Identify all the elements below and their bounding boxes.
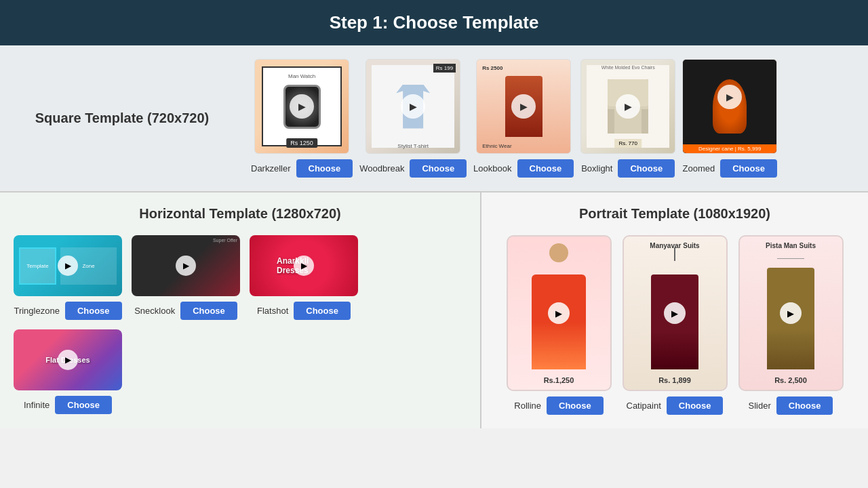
- h-template-snecklook: Super Offer ▶ Snecklook Choose: [132, 235, 240, 320]
- horizontal-templates-grid: Template Zone ▶ Tringlezone Choose Super…: [14, 235, 467, 414]
- snecklook-name: Snecklook: [134, 306, 175, 316]
- woodbreak-label: Stylist T-shirt: [397, 143, 429, 149]
- tringlezone-play[interactable]: ▶: [58, 256, 78, 276]
- catipaint-name: Catipaint: [627, 401, 661, 411]
- infinite-thumb[interactable]: Flat Dresses ▶: [14, 329, 122, 390]
- snecklook-thumb[interactable]: Super Offer ▶: [132, 235, 240, 296]
- p-template-catipaint: Manyavar Suits Rs. 1,899 ▶ Catipaint Cho…: [623, 235, 728, 415]
- horizontal-template-section: Horizontal Template (868x488) Template …: [0, 192, 481, 428]
- boxlight-title: White Molded Evo Chairs: [601, 65, 655, 70]
- flatshot-name: Flatshot: [257, 306, 288, 316]
- catipaint-play[interactable]: ▶: [664, 302, 686, 324]
- rolline-thumb[interactable]: Rs.1,250 ▶: [507, 235, 612, 391]
- slider-choose-btn[interactable]: Choose: [776, 396, 833, 415]
- boxlight-thumb[interactable]: White Molded Evo Chairs Rs. 770 ▶: [580, 59, 675, 154]
- main-content: Square Template (720x720) Man Watch Rs 1…: [0, 45, 868, 428]
- snecklook-choose-btn[interactable]: Choose: [180, 302, 237, 320]
- lookbook-choose-btn[interactable]: Choose: [517, 159, 574, 178]
- template-item-lookbook: Rs 2500 Ethnic Wear ▶ Lookbook Choose: [473, 59, 574, 178]
- zoomed-name: Zoomed: [682, 163, 715, 174]
- p-template-slider: Pista Man Suits Rs. 2,500 ▶ Slider Choos…: [738, 235, 844, 415]
- page-title: Step 1: Choose Template: [330, 12, 539, 33]
- lookbook-thumb[interactable]: Rs 2500 Ethnic Wear ▶: [476, 59, 571, 154]
- infinite-choose-btn[interactable]: Choose: [55, 396, 112, 414]
- flatshot-thumb[interactable]: Anarkkli Dresses ▶: [250, 235, 358, 296]
- tringlezone-thumb[interactable]: Template Zone ▶: [14, 235, 122, 296]
- boxlight-name: Boxlight: [581, 163, 612, 174]
- darkzeller-play[interactable]: ▶: [290, 94, 314, 119]
- snecklook-play[interactable]: ▶: [176, 256, 196, 276]
- tringlezone-choose-btn[interactable]: Choose: [65, 302, 122, 320]
- zoomed-play[interactable]: ▶: [717, 85, 742, 109]
- zoomed-choose-btn[interactable]: Choose: [720, 159, 777, 178]
- slider-price: Rs. 2,500: [740, 376, 842, 384]
- infinite-name: Infinite: [24, 400, 50, 410]
- square-template-section: Square Template (720x720) Man Watch Rs 1…: [0, 45, 868, 192]
- woodbreak-choose-btn[interactable]: Choose: [410, 159, 467, 178]
- h-template-flatshot: Anarkkli Dresses ▶ Flatshot Choose: [250, 235, 358, 320]
- zoomed-price: Designer cane | Rs. 5,999: [683, 144, 776, 153]
- horizontal-section-title: Horizontal Template (868x488): [14, 206, 467, 222]
- lower-section: Horizontal Template (868x488) Template …: [0, 192, 868, 428]
- rolline-name: Rolline: [514, 401, 541, 411]
- lookbook-label: Ethnic Wear: [482, 143, 511, 149]
- rolline-play[interactable]: ▶: [548, 302, 570, 324]
- slider-thumb[interactable]: Pista Man Suits Rs. 2,500 ▶: [738, 235, 844, 391]
- zoomed-thumb[interactable]: Designer cane | Rs. 5,999 ▶: [682, 59, 777, 154]
- catipaint-choose-btn[interactable]: Choose: [667, 396, 724, 415]
- woodbreak-name: Woodbreak: [359, 163, 404, 174]
- lookbook-name: Lookbook: [473, 163, 511, 174]
- lookbook-price: Rs 2500: [482, 65, 502, 71]
- slider-product-title: Pista Man Suits: [740, 242, 842, 249]
- woodbreak-play[interactable]: ▶: [401, 94, 425, 119]
- portrait-templates-row: Rs.1,250 ▶ Rolline Choose Manyavar Suits…: [495, 235, 854, 415]
- rolline-price: Rs.1,250: [508, 376, 610, 384]
- slider-name: Slider: [749, 401, 771, 411]
- rolline-choose-btn[interactable]: Choose: [547, 396, 604, 415]
- infinite-play[interactable]: ▶: [58, 350, 78, 370]
- boxlight-play[interactable]: ▶: [616, 94, 640, 119]
- catipaint-price: Rs. 1,899: [624, 376, 726, 384]
- boxlight-price: Rs. 770: [614, 139, 642, 148]
- h-template-infinite: Flat Dresses ▶ Infinite Choose: [14, 329, 122, 414]
- page-header: Step 1: Choose Template: [0, 0, 868, 45]
- portrait-section-title: Portrait Template (1080x1920): [495, 206, 854, 222]
- boxlight-choose-btn[interactable]: Choose: [618, 159, 675, 178]
- darkzeller-top-label: Man Watch: [288, 73, 315, 79]
- slider-play[interactable]: ▶: [780, 302, 802, 324]
- darkzeller-thumb[interactable]: Man Watch Rs 1250 ▶: [254, 59, 349, 154]
- portrait-template-section: Portrait Template (1080x1920) Rs.1,250 ▶…: [481, 192, 868, 428]
- tringlezone-name: Tringlezone: [14, 306, 59, 316]
- square-templates-row: Man Watch Rs 1250 ▶ Darkzeller Choose: [244, 45, 868, 191]
- lookbook-play[interactable]: ▶: [511, 94, 536, 119]
- woodbreak-price: Rs 199: [433, 64, 456, 73]
- template-item-boxlight: White Molded Evo Chairs Rs. 770 ▶ Boxlig…: [580, 59, 675, 178]
- h-template-tringlezone: Template Zone ▶ Tringlezone Choose: [14, 235, 122, 320]
- template-item-zoomed: Designer cane | Rs. 5,999 ▶ Zoomed Choos…: [682, 59, 777, 178]
- template-item-woodbreak: Rs 199 Stylist T-shirt ▶ Woodbreak Choos…: [359, 59, 467, 178]
- template-item-darkzeller: Man Watch Rs 1250 ▶ Darkzeller Choose: [251, 59, 353, 178]
- p-template-rolline: Rs.1,250 ▶ Rolline Choose: [507, 235, 612, 415]
- flatshot-play[interactable]: ▶: [294, 256, 314, 276]
- darkzeller-choose-btn[interactable]: Choose: [296, 159, 353, 178]
- rolline-head: [549, 243, 568, 262]
- square-section-label: Square Template (720x720): [0, 45, 244, 191]
- darkzeller-name: Darkzeller: [251, 163, 291, 174]
- darkzeller-price: Rs 1250: [286, 138, 317, 148]
- woodbreak-thumb[interactable]: Rs 199 Stylist T-shirt ▶: [366, 59, 460, 154]
- catipaint-thumb[interactable]: Manyavar Suits Rs. 1,899 ▶: [623, 235, 728, 391]
- flatshot-choose-btn[interactable]: Choose: [294, 302, 351, 320]
